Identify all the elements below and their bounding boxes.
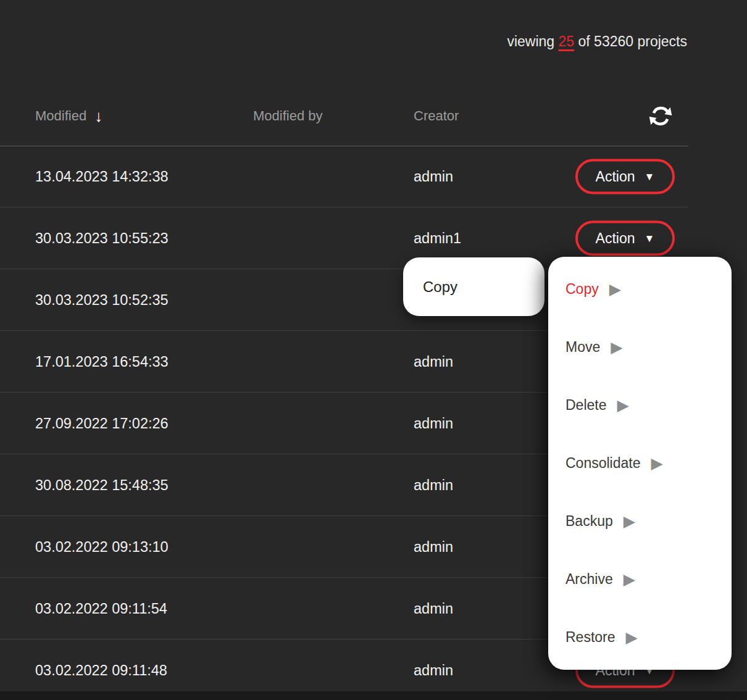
bottom-edge-strip bbox=[0, 691, 747, 700]
summary-suffix: of 53260 projects bbox=[574, 33, 687, 49]
table-row: 13.04.2023 14:32:38 admin Action▼ bbox=[0, 146, 688, 207]
submenu-arrow-icon: ▶ bbox=[611, 340, 622, 355]
modified-cell: 30.03.2023 10:52:35 bbox=[35, 291, 169, 308]
column-header-modified-by[interactable]: Modified by bbox=[253, 108, 323, 124]
action-dropdown-menu: Copy ▶ Move ▶ Delete ▶ Consolidate ▶ Bac… bbox=[548, 257, 732, 670]
menu-item-move[interactable]: Move ▶ bbox=[548, 319, 732, 377]
creator-cell: admin1 bbox=[414, 230, 461, 246]
action-button-label: Action bbox=[596, 230, 635, 246]
menu-item-label: Delete bbox=[565, 397, 606, 414]
viewing-count-link[interactable]: 25 bbox=[559, 33, 575, 49]
menu-item-consolidate[interactable]: Consolidate ▶ bbox=[548, 435, 732, 493]
caret-down-icon: ▼ bbox=[645, 233, 655, 243]
creator-cell: admin bbox=[414, 415, 453, 431]
menu-item-backup[interactable]: Backup ▶ bbox=[548, 492, 732, 550]
creator-cell: admin bbox=[414, 477, 453, 493]
menu-item-label: Restore bbox=[565, 629, 616, 646]
column-header-modified-label: Modified bbox=[35, 108, 86, 124]
menu-item-label: Archive bbox=[565, 571, 613, 588]
menu-item-restore[interactable]: Restore ▶ bbox=[548, 608, 732, 666]
creator-cell: admin bbox=[414, 538, 453, 555]
submenu-arrow-icon: ▶ bbox=[624, 514, 635, 529]
modified-cell: 17.01.2023 16:54:33 bbox=[35, 353, 169, 370]
column-header-modified[interactable]: Modified ↓ bbox=[35, 108, 102, 124]
caret-down-icon: ▼ bbox=[645, 171, 655, 181]
modified-cell: 03.02.2022 09:11:54 bbox=[35, 600, 167, 617]
action-button[interactable]: Action▼ bbox=[575, 159, 675, 194]
modified-cell: 03.02.2022 09:11:48 bbox=[35, 662, 167, 678]
modified-cell: 30.03.2023 10:55:23 bbox=[35, 230, 169, 246]
sort-descending-icon: ↓ bbox=[94, 108, 102, 124]
menu-item-delete[interactable]: Delete ▶ bbox=[548, 377, 732, 435]
modified-cell: 03.02.2022 09:13:10 bbox=[35, 538, 169, 555]
menu-item-archive[interactable]: Archive ▶ bbox=[548, 550, 732, 608]
submenu-arrow-icon: ▶ bbox=[609, 281, 621, 297]
action-button[interactable]: Action▼ bbox=[575, 220, 675, 256]
menu-item-label: Move bbox=[565, 339, 600, 356]
submenu-arrow-icon: ▶ bbox=[617, 398, 628, 413]
column-header-creator[interactable]: Creator bbox=[414, 108, 459, 124]
submenu-arrow-icon: ▶ bbox=[651, 456, 662, 471]
summary-prefix: viewing bbox=[507, 33, 558, 49]
creator-cell: admin bbox=[414, 662, 453, 678]
copy-submenu-popup[interactable]: Copy bbox=[403, 257, 545, 316]
modified-cell: 13.04.2023 14:32:38 bbox=[35, 168, 169, 185]
creator-cell: admin bbox=[414, 168, 453, 185]
submenu-arrow-icon: ▶ bbox=[624, 572, 635, 587]
menu-item-label: Copy bbox=[565, 281, 599, 298]
results-summary: viewing 25 of 53260 projects bbox=[507, 33, 687, 50]
creator-cell: admin bbox=[414, 353, 453, 370]
copy-submenu-label: Copy bbox=[423, 278, 457, 296]
modified-cell: 27.09.2022 17:02:26 bbox=[35, 415, 169, 431]
table-header: Modified ↓ Modified by Creator bbox=[0, 86, 688, 146]
refresh-icon bbox=[647, 102, 674, 130]
menu-item-label: Backup bbox=[565, 513, 613, 530]
refresh-button[interactable] bbox=[647, 102, 674, 130]
submenu-arrow-icon: ▶ bbox=[626, 630, 638, 645]
action-button-label: Action bbox=[596, 168, 635, 185]
menu-item-copy[interactable]: Copy ▶ bbox=[548, 260, 732, 319]
creator-cell: admin bbox=[414, 600, 453, 617]
menu-item-label: Consolidate bbox=[565, 455, 640, 472]
modified-cell: 30.08.2022 15:48:35 bbox=[35, 477, 169, 493]
